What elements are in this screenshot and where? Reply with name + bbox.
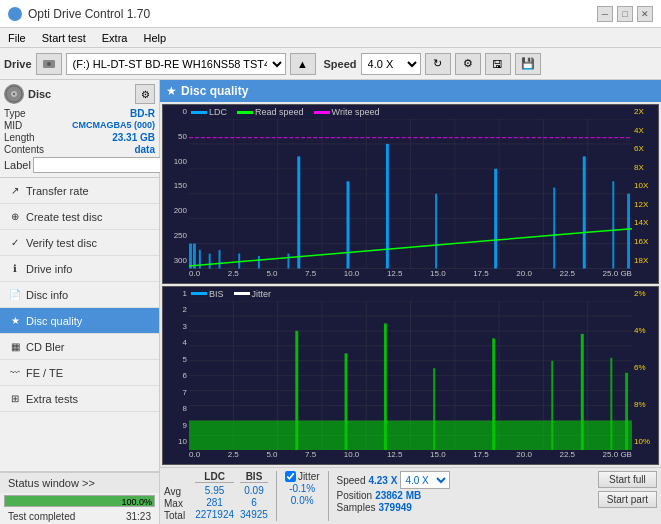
start-part-button[interactable]: Start part xyxy=(598,491,657,508)
menu-file[interactable]: File xyxy=(4,32,30,44)
create-test-disc-icon: ⊕ xyxy=(8,210,22,224)
max-label: Max xyxy=(164,498,189,509)
chart1-y-right: 18X16X14X12X10X8X6X4X2X xyxy=(632,105,658,267)
bis-avg: 0.09 xyxy=(240,485,268,496)
drive-icon-btn[interactable] xyxy=(36,53,62,75)
nav-disc-info[interactable]: 📄 Disc info xyxy=(0,282,159,308)
bis-legend: BIS xyxy=(191,289,224,299)
refresh-btn[interactable]: ↻ xyxy=(425,53,451,75)
jitter-checkbox[interactable]: Jitter xyxy=(285,471,320,482)
svg-rect-66 xyxy=(581,333,584,450)
disc-label-row: Label 🔍 xyxy=(4,157,155,173)
jitter-max: 0.0% xyxy=(285,495,320,506)
ldc-total: 2271924 xyxy=(195,509,234,520)
save-btn[interactable]: 💾 xyxy=(515,53,541,75)
svg-rect-21 xyxy=(189,244,192,269)
start-full-button[interactable]: Start full xyxy=(598,471,657,488)
bis-max: 6 xyxy=(240,497,268,508)
disc-mid-row: MID CMCMAGBA5 (000) xyxy=(4,120,155,131)
settings-btn2[interactable]: 🖫 xyxy=(485,53,511,75)
speed-label: Speed xyxy=(324,58,357,70)
nav-extra-tests[interactable]: ⊞ Extra tests xyxy=(0,386,159,412)
svg-rect-68 xyxy=(625,372,628,450)
disc-icon xyxy=(4,84,24,104)
charts-container: LDC Read speed Write speed 3002502001501… xyxy=(160,102,661,467)
status-completed-text: Test completed xyxy=(4,510,79,523)
nav-fe-te[interactable]: 〰 FE / TE xyxy=(0,360,159,386)
svg-rect-63 xyxy=(433,368,435,450)
menu-start-test[interactable]: Start test xyxy=(38,32,90,44)
svg-rect-37 xyxy=(627,194,630,269)
bis-header: BIS xyxy=(240,471,268,483)
chart2-legend: BIS Jitter xyxy=(191,289,271,299)
status-progress-bar: 100.0% xyxy=(4,495,155,507)
nav-verify-test-disc[interactable]: ✓ Verify test disc xyxy=(0,230,159,256)
nav-transfer-rate[interactable]: ↗ Transfer rate xyxy=(0,178,159,204)
svg-rect-32 xyxy=(435,194,437,269)
status-window-button[interactable]: Status window >> xyxy=(0,472,159,493)
ldc-max: 281 xyxy=(195,497,234,508)
speed-select-stats[interactable]: 4.0 X xyxy=(400,471,450,489)
drive-select[interactable]: (F:) HL-DT-ST BD-RE WH16NS58 TST4 xyxy=(66,53,286,75)
read-speed-legend: Read speed xyxy=(237,107,304,117)
transfer-rate-icon: ↗ xyxy=(8,184,22,198)
nav-items: ↗ Transfer rate ⊕ Create test disc ✓ Ver… xyxy=(0,178,159,412)
chart1-svg xyxy=(189,119,632,269)
nav-create-test-disc[interactable]: ⊕ Create test disc xyxy=(0,204,159,230)
total-label: Total xyxy=(164,510,189,521)
menu-help[interactable]: Help xyxy=(139,32,170,44)
disc-section: Disc ⚙ Type BD-R MID CMCMAGBA5 (000) Len… xyxy=(0,80,159,178)
position-row: Position 23862 MB xyxy=(337,490,451,501)
stats-labels-col: Avg Max Total xyxy=(164,471,189,521)
divider1 xyxy=(276,471,277,521)
drive-label: Drive xyxy=(4,58,32,70)
title-bar: Opti Drive Control 1.70 ─ □ ✕ xyxy=(0,0,661,28)
eject-btn[interactable]: ▲ xyxy=(290,53,316,75)
samples-row: Samples 379949 xyxy=(337,502,451,513)
chart2-y-left: 10987654321 xyxy=(163,287,189,449)
nav-cd-bler[interactable]: ▦ CD Bler xyxy=(0,334,159,360)
disc-type-row: Type BD-R xyxy=(4,108,155,119)
svg-rect-62 xyxy=(384,323,387,450)
chart2-svg xyxy=(189,301,632,451)
svg-rect-25 xyxy=(219,250,221,269)
minimize-button[interactable]: ─ xyxy=(597,6,613,22)
svg-rect-30 xyxy=(347,181,350,268)
app-icon xyxy=(8,7,22,21)
bis-col: BIS 0.09 6 34925 xyxy=(240,471,268,520)
svg-rect-67 xyxy=(610,357,612,450)
status-bar: Status window >> 100.0% Test completed 3… xyxy=(0,471,159,524)
maximize-button[interactable]: □ xyxy=(617,6,633,22)
svg-rect-33 xyxy=(494,169,497,269)
disc-length-row: Length 23.31 GB xyxy=(4,132,155,143)
disc-quality-title: Disc quality xyxy=(181,84,248,98)
sidebar: Disc ⚙ Type BD-R MID CMCMAGBA5 (000) Len… xyxy=(0,80,160,524)
fe-te-icon: 〰 xyxy=(8,366,22,380)
disc-label-input[interactable] xyxy=(33,157,162,173)
ldc-avg: 5.95 xyxy=(195,485,234,496)
nav-drive-info[interactable]: ℹ Drive info xyxy=(0,256,159,282)
content-area: ★ Disc quality LDC Read speed xyxy=(160,80,661,524)
menu-extra[interactable]: Extra xyxy=(98,32,132,44)
svg-point-1 xyxy=(47,62,51,66)
chart1-x-labels: 0.02.55.07.510.012.515.017.520.022.525.0… xyxy=(189,269,632,283)
disc-settings-btn[interactable]: ⚙ xyxy=(135,84,155,104)
close-button[interactable]: ✕ xyxy=(637,6,653,22)
svg-rect-24 xyxy=(209,254,211,269)
action-buttons: Start full Start part xyxy=(598,471,657,508)
speed-select[interactable]: 4.0 X xyxy=(361,53,421,75)
ldc-col: LDC 5.95 281 2271924 xyxy=(195,471,234,520)
speed-row: Speed 4.23 X 4.0 X xyxy=(337,471,451,489)
disc-quality-header: ★ Disc quality xyxy=(160,80,661,102)
disc-info-icon: 📄 xyxy=(8,288,22,302)
nav-disc-quality[interactable]: ★ Disc quality xyxy=(0,308,159,334)
main-layout: Disc ⚙ Type BD-R MID CMCMAGBA5 (000) Len… xyxy=(0,80,661,524)
chart1-legend: LDC Read speed Write speed xyxy=(191,107,379,117)
status-progress-text: 100.0% xyxy=(121,496,152,508)
status-time: 31:23 xyxy=(122,510,155,523)
verify-test-disc-icon: ✓ xyxy=(8,236,22,250)
settings-btn1[interactable]: ⚙ xyxy=(455,53,481,75)
jitter-check[interactable] xyxy=(285,471,296,482)
menu-bar: File Start test Extra Help xyxy=(0,28,661,48)
avg-label: Avg xyxy=(164,486,189,497)
